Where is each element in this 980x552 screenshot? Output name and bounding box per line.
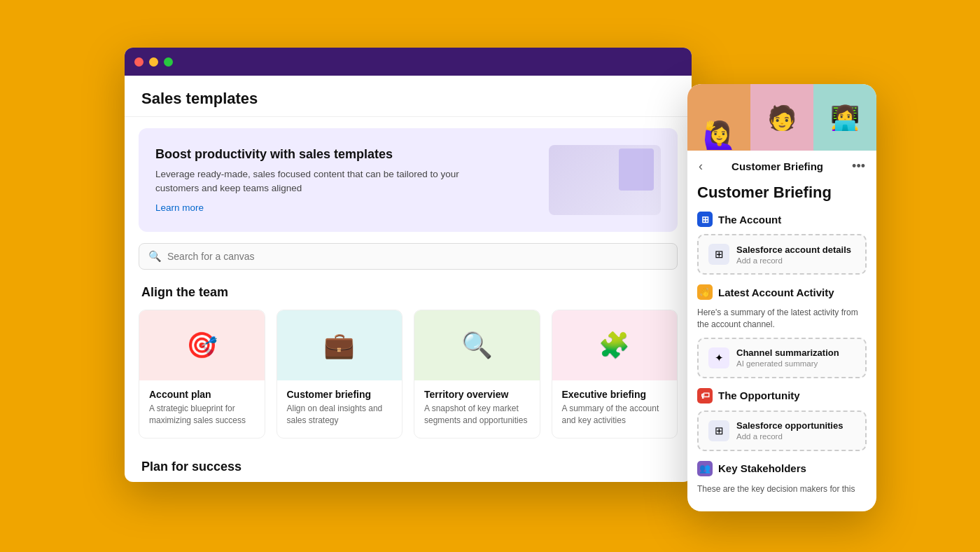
promo-illustration [549, 145, 661, 215]
mobile-topbar: ‹ Customer Briefing ••• [687, 151, 876, 179]
card-image-account-plan: 🎯 [139, 310, 265, 380]
mobile-scroll-content: Customer Briefing ⊞ The Account ⊞ Salesf… [687, 179, 876, 511]
card-image-territory: 🔍 [414, 310, 540, 380]
window-header: Sales templates [125, 76, 692, 117]
header-img-pink: 🧑 [750, 84, 813, 151]
stakeholders-section-icon: 👥 [697, 461, 713, 476]
minimize-button[interactable] [149, 57, 158, 67]
card-name-customer-briefing: Customer briefing [287, 389, 393, 400]
mobile-panel: 🙋‍♀️ 🧑 👩‍💻 ‹ Customer Briefing ••• Custo… [687, 84, 876, 511]
search-icon: 🔍 [148, 250, 162, 263]
close-button[interactable] [134, 57, 144, 67]
account-section-label: The Account [718, 214, 781, 226]
activity-section-desc: Here's a summary of the latest activity … [697, 307, 867, 331]
promo-description: Leverage ready-made, sales focused conte… [155, 167, 491, 196]
card-image-executive: 🧩 [552, 310, 678, 380]
salesforce-account-sub: Add a record [736, 256, 851, 265]
salesforce-account-name: Salesforce account details [736, 244, 851, 255]
opportunity-section-icon: 🏷 [697, 388, 713, 403]
channel-summarization-name: Channel summarization [736, 347, 839, 358]
learn-more-link[interactable]: Learn more [155, 202, 535, 213]
page-title: Sales templates [141, 90, 258, 107]
more-button[interactable]: ••• [849, 156, 868, 177]
card-executive-briefing[interactable]: 🧩 Executive briefing A summary of the ac… [552, 310, 678, 439]
search-input[interactable] [139, 243, 678, 270]
salesforce-opportunities-icon: ⊞ [708, 420, 729, 441]
search-container: 🔍 [139, 243, 678, 270]
salesforce-account-icon: ⊞ [708, 244, 729, 265]
channel-summarization-sub: AI generated summary [736, 359, 839, 368]
section-heading-opportunity: 🏷 The Opportunity [697, 388, 867, 403]
salesforce-account-card[interactable]: ⊞ Salesforce account details Add a recor… [697, 234, 867, 275]
header-img-orange: 🙋‍♀️ [687, 84, 750, 151]
card-body-account-plan: Account plan A strategic blueprint for m… [139, 380, 265, 438]
card-body-customer-briefing: Customer briefing Align on deal insights… [277, 380, 402, 438]
card-body-territory: Territory overview A snapshot of key mar… [414, 380, 540, 438]
plan-section-title: Plan for success [125, 453, 692, 482]
desktop-window: Sales templates Boost productivity with … [125, 48, 692, 482]
mobile-header-image: 🙋‍♀️ 🧑 👩‍💻 [687, 84, 876, 151]
mobile-main-title: Customer Briefing [697, 184, 867, 202]
card-desc-account-plan: A strategic blueprint for maximizing sal… [149, 403, 255, 427]
channel-summarization-card[interactable]: ✦ Channel summarization AI generated sum… [697, 338, 867, 378]
window-content: Sales templates Boost productivity with … [125, 76, 692, 482]
salesforce-opportunities-name: Salesforce opportunities [736, 420, 843, 431]
mobile-panel-title: Customer Briefing [732, 160, 823, 172]
channel-summarization-icon: ✦ [708, 347, 729, 368]
card-desc-customer-briefing: Align on deal insights and sales strateg… [287, 403, 393, 427]
align-section-title: Align the team [125, 278, 692, 310]
section-heading-account: ⊞ The Account [697, 212, 867, 227]
salesforce-opportunities-card[interactable]: ⊞ Salesforce opportunities Add a record [697, 410, 867, 451]
salesforce-opportunities-sub: Add a record [736, 432, 843, 441]
card-name-executive: Executive briefing [562, 389, 668, 400]
promo-title: Boost productivity with sales templates [155, 147, 535, 162]
card-name-account-plan: Account plan [149, 389, 255, 400]
window-titlebar [125, 48, 692, 76]
card-customer-briefing[interactable]: 💼 Customer briefing Align on deal insigh… [276, 310, 403, 439]
card-desc-territory: A snapshot of key market segments and op… [424, 403, 530, 427]
maximize-button[interactable] [164, 57, 173, 67]
card-territory-overview[interactable]: 🔍 Territory overview A snapshot of key m… [414, 310, 540, 439]
account-section-icon: ⊞ [697, 212, 713, 227]
section-heading-activity: 👋 Latest Account Activity [697, 284, 867, 300]
card-desc-executive: A summary of the account and key activit… [562, 403, 668, 427]
card-body-executive: Executive briefing A summary of the acco… [552, 380, 678, 438]
align-cards-row: 🎯 Account plan A strategic blueprint for… [125, 310, 692, 453]
header-img-teal: 👩‍💻 [813, 84, 876, 151]
stakeholders-section-label: Key Stakeholders [718, 462, 806, 474]
opportunity-section-label: The Opportunity [718, 389, 800, 401]
promo-banner: Boost productivity with sales templates … [139, 128, 678, 232]
activity-section-label: Latest Account Activity [718, 287, 834, 298]
stakeholders-section-desc: These are the key decision makers for th… [697, 483, 867, 495]
activity-section-icon: 👋 [697, 284, 713, 300]
back-button[interactable]: ‹ [696, 156, 706, 177]
card-name-territory: Territory overview [424, 389, 530, 400]
section-heading-stakeholders: 👥 Key Stakeholders [697, 461, 867, 476]
card-account-plan[interactable]: 🎯 Account plan A strategic blueprint for… [139, 310, 265, 439]
card-image-customer-briefing: 💼 [277, 310, 402, 380]
promo-text: Boost productivity with sales templates … [155, 147, 535, 214]
